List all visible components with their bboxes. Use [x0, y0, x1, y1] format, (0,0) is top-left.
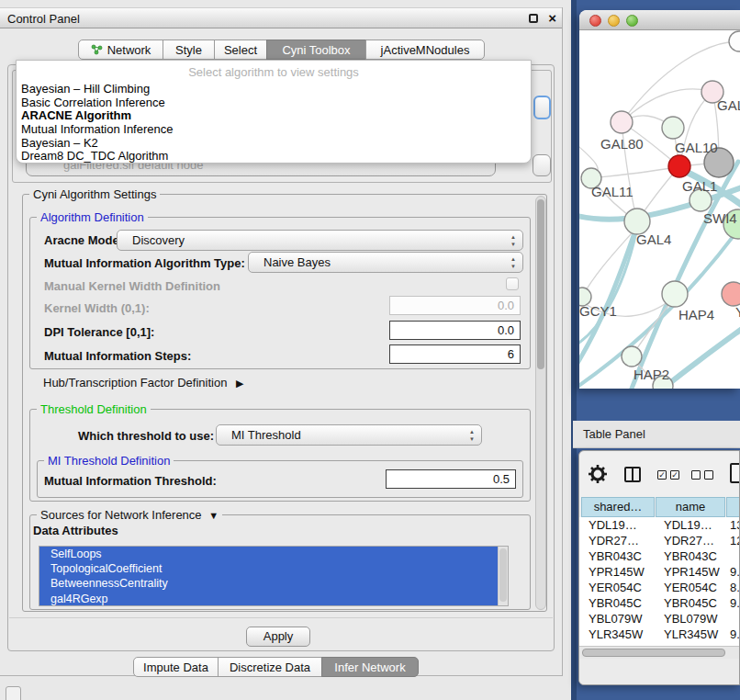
mi-steps-field[interactable]: 6 — [389, 344, 521, 364]
control-panel-tab-bar: Network Style Select Cyni Toolbox jActiv… — [78, 40, 485, 60]
tab-jactivemnodules[interactable]: jActiveMNodules — [365, 40, 485, 60]
table-horizontal-scrollbar[interactable] — [579, 646, 739, 659]
table-header-row: shared… name — [579, 497, 739, 517]
zoom-window-icon[interactable] — [626, 15, 638, 27]
apply-button[interactable]: Apply — [246, 627, 310, 647]
tab-select[interactable]: Select — [214, 40, 267, 60]
screen: Control Panel × Network Style — [0, 0, 740, 700]
mi-threshold-group-title: MI Threshold Definition — [44, 454, 174, 468]
network-node[interactable] — [662, 117, 684, 139]
table-panel-window: ✓✓ shared… name YDL19…YDL19…13 YDR27…YDR… — [578, 450, 740, 685]
table-row[interactable]: YBL079WYBL079W — [579, 611, 739, 627]
mi-algorithm-type-label: Mutual Information Algorithm Type: — [44, 256, 245, 270]
data-attributes-label: Data Attributes — [33, 524, 118, 537]
column-header-clipped[interactable] — [726, 497, 740, 517]
tab-impute-data-label: Impute Data — [143, 660, 208, 674]
tab-style[interactable]: Style — [163, 40, 215, 60]
list-item[interactable]: TopologicalCoefficient — [39, 561, 498, 576]
aracne-mode-label: Aracne Mode: — [44, 233, 123, 247]
network-canvas[interactable]: GAL80 GAL10 GAL1 GAL11 SWI4 GAL4 GCY1 HA… — [579, 30, 740, 389]
tab-cyni-toolbox[interactable]: Cyni Toolbox — [266, 40, 366, 60]
threshold-definition-title: Threshold Definition — [37, 402, 151, 416]
control-panel-titlebar: Control Panel × — [0, 7, 562, 28]
table-row[interactable]: YBR045CYBR045C9. — [579, 595, 739, 611]
table-row[interactable]: YLR345WYLR345W9. — [579, 627, 739, 642]
float-window-icon[interactable] — [529, 14, 538, 23]
minimize-window-icon[interactable] — [608, 15, 620, 27]
close-window-icon[interactable]: × — [548, 10, 556, 26]
document-icon[interactable] — [730, 463, 740, 483]
network-node[interactable] — [722, 282, 740, 306]
column-header-name[interactable]: name — [656, 497, 725, 517]
which-threshold-label: Which threshold to use: — [78, 429, 214, 443]
which-threshold-select[interactable]: MI Threshold ▲▼ — [216, 424, 482, 446]
node-label: Y — [735, 304, 740, 320]
network-node[interactable] — [662, 281, 688, 307]
attributes-scrollbar[interactable] — [498, 547, 508, 605]
cyni-algorithm-settings-title: Cyni Algorithm Settings — [29, 187, 160, 201]
node-label: GAL — [717, 97, 740, 113]
attributes-scrollbar-thumb[interactable] — [499, 548, 507, 602]
list-item[interactable]: BetweennessCentrality — [39, 576, 498, 591]
minimized-panel-widget[interactable] — [6, 686, 21, 700]
node-label: GAL10 — [675, 140, 718, 155]
deselect-all-checks-icon[interactable] — [691, 470, 713, 480]
algorithm-option[interactable]: Basic Correlation Inference — [17, 96, 531, 110]
algorithm-option[interactable]: Dream8 DC_TDC Algorithm — [17, 150, 531, 164]
table-row[interactable]: YDR27…YDR27…12 — [579, 533, 739, 548]
algorithm-dropdown-placeholder: Select algorithm to view settings — [17, 61, 531, 83]
node-label: HAP4 — [678, 307, 714, 322]
tab-select-label: Select — [224, 43, 257, 57]
network-graph: GAL80 GAL10 GAL1 GAL11 SWI4 GAL4 GCY1 HA… — [579, 30, 740, 389]
table-row[interactable]: YER054CYER054C8. — [579, 580, 739, 595]
split-view-icon[interactable] — [624, 467, 641, 482]
network-node[interactable] — [624, 209, 650, 234]
tab-impute-data[interactable]: Impute Data — [133, 657, 219, 677]
collapse-arrow-icon[interactable]: ▼ — [208, 510, 219, 521]
sources-group-title[interactable]: Sources for Network Inference ▼ — [37, 508, 222, 522]
table-row[interactable]: YBR043CYBR043C — [579, 548, 739, 564]
column-header-shared[interactable]: shared… — [581, 497, 655, 517]
mi-algorithm-type-select[interactable]: Naive Bayes ▲▼ — [248, 252, 523, 273]
select-all-checks-icon[interactable]: ✓✓ — [657, 470, 679, 480]
list-item[interactable]: gal4RGexp — [39, 592, 498, 606]
algorithm-option[interactable]: Mutual Information Inference — [17, 123, 531, 137]
settings-scrollbar[interactable] — [535, 196, 546, 610]
network-node-selected[interactable] — [668, 155, 690, 177]
algorithm-option[interactable]: Bayesian – Hill Climbing — [17, 83, 531, 96]
network-node[interactable] — [622, 346, 642, 367]
tab-infer-network[interactable]: Infer Network — [321, 657, 419, 677]
dpi-tolerance-field[interactable]: 0.0 — [389, 321, 521, 340]
algorithm-option[interactable]: Bayesian – K2 — [17, 137, 531, 151]
tab-discretize-data[interactable]: Discretize Data — [218, 657, 322, 677]
close-window-icon[interactable] — [589, 15, 601, 27]
table-row[interactable]: YDL19…YDL19…13 — [579, 517, 739, 533]
aracne-mode-select[interactable]: Discovery ▲▼ — [117, 230, 523, 251]
expand-arrow-icon[interactable]: ▶ — [236, 378, 243, 389]
mi-algorithm-type-value: Naive Bayes — [263, 255, 331, 269]
tab-discretize-data-label: Discretize Data — [230, 660, 310, 674]
table-row[interactable]: YPR145WYPR145W9. — [579, 564, 739, 580]
network-node[interactable] — [729, 31, 740, 51]
kernel-width-field[interactable]: 0.0 — [389, 296, 521, 315]
hub-section-label[interactable]: Hub/Transcription Factor Definition ▶ — [43, 376, 243, 390]
aracne-mode-value: Discovery — [132, 233, 185, 247]
control-panel-title: Control Panel — [7, 12, 80, 26]
dpi-tolerance-label: DPI Tolerance [0,1]: — [44, 325, 154, 339]
chevron-up-down-icon: ▲▼ — [469, 428, 475, 443]
algorithm-option-selected[interactable]: ARACNE Algorithm — [17, 109, 531, 123]
settings-scrollbar-thumb[interactable] — [537, 199, 544, 369]
network-node[interactable] — [611, 111, 633, 133]
table-panel-header: Table Panel — [573, 421, 740, 448]
list-item[interactable]: SelfLoops — [39, 547, 498, 561]
mi-steps-label: Mutual Information Steps: — [44, 349, 191, 363]
manual-kernel-checkbox[interactable] — [506, 277, 519, 290]
tab-network[interactable]: Network — [78, 40, 163, 60]
mi-threshold-field[interactable]: 0.5 — [386, 469, 516, 489]
button-fragment[interactable] — [533, 154, 551, 176]
table-horizontal-scrollbar-thumb[interactable] — [582, 649, 725, 657]
network-node-labels: GAL80 GAL10 GAL1 GAL11 SWI4 GAL4 GCY1 HA… — [579, 97, 740, 382]
focused-button-fragment[interactable] — [533, 96, 551, 119]
node-label: GAL80 — [600, 136, 644, 152]
gear-icon[interactable] — [588, 463, 608, 485]
